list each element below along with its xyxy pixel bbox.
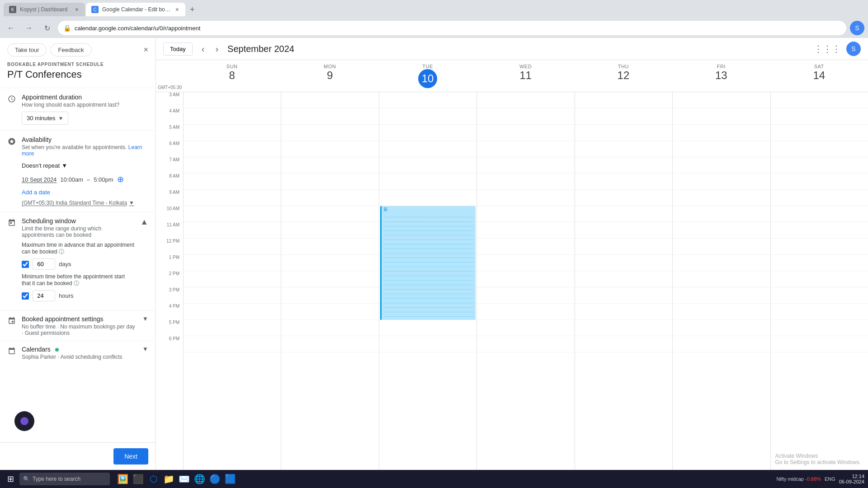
day-name-mon: MON — [324, 64, 336, 69]
taskbar-app-app3[interactable]: 🟦 — [223, 472, 237, 486]
hour-sun-5 — [184, 157, 281, 174]
address-text: calendar.google.com/calendar/u/0/r/appoi… — [75, 25, 841, 32]
min-before-input[interactable] — [33, 290, 55, 301]
app3-icon: 🟦 — [225, 474, 236, 484]
hour-sun-9 — [184, 222, 281, 239]
apt-icon: ☰ — [383, 207, 387, 212]
time-slot-5am: 5 AM — [156, 125, 183, 141]
taskbar-change: -0.88% — [805, 476, 821, 482]
scheduling-window-subtitle: Limit the time range during which appoin… — [22, 225, 135, 238]
hour-sun-3 — [184, 125, 281, 141]
taskbar-app-chrome[interactable]: 🌐 — [192, 472, 207, 486]
taskbar-time: 12:14 06-09-2024 — [839, 474, 864, 484]
panel-buttons: Take tour Feedback — [7, 43, 92, 56]
lock-icon: 🔒 — [63, 24, 71, 32]
hour-sun-4 — [184, 141, 281, 157]
taskbar-search[interactable]: 🔍 Type here to search — [19, 473, 110, 485]
time-slot-2pm: 2 PM — [156, 271, 183, 287]
today-button[interactable]: Today — [163, 42, 193, 56]
taskbar-stock: Nifty midcap -0.88% — [776, 476, 821, 482]
hour-sun-1 — [184, 92, 281, 108]
back-button[interactable]: ← — [4, 21, 18, 35]
clock-icon — [7, 94, 16, 103]
reload-button[interactable]: ↻ — [40, 21, 54, 35]
tab-kopyst-close[interactable]: × — [74, 5, 80, 14]
day-number-wed: 11 — [519, 69, 532, 82]
browser-tabs: K Kopyst | Dashboard × C Google Calendar… — [4, 2, 198, 16]
windows-start-icon[interactable]: ⊞ — [4, 472, 18, 486]
day-name-fri: FRI — [717, 64, 726, 69]
min-before-info-icon[interactable]: ⓘ — [74, 280, 79, 286]
scheduling-window-header: Scheduling window Limit the time range d… — [7, 217, 148, 305]
day-col-thu — [575, 92, 672, 470]
availability-header: Availability Set when you're available f… — [7, 136, 148, 206]
address-bar[interactable]: 🔒 calendar.google.com/calendar/u/0/r/app… — [58, 21, 846, 35]
appointment-duration-section: Appointment duration How long should eac… — [0, 88, 156, 130]
time-slot-3pm: 3 PM — [156, 287, 183, 304]
taskbar-app-edge[interactable]: ⬡ — [146, 472, 160, 486]
calendar-icon — [7, 347, 16, 356]
add-time-button[interactable]: ⊕ — [117, 174, 124, 184]
date-button[interactable]: 10 Sept 2024 — [22, 176, 57, 183]
taskbar-app-mail[interactable]: ✉️ — [177, 472, 191, 486]
day-name-thu: THU — [618, 64, 629, 69]
booked-title: Booked appointment settings — [22, 315, 137, 323]
calendar-day-headers: GMT+05:30 SUN 8 MON 9 TUE 10 WED 11 — [156, 60, 868, 92]
take-tour-button[interactable]: Take tour — [7, 43, 47, 56]
availability-section: Availability Set when you're available f… — [0, 130, 156, 211]
duration-dropdown[interactable]: 30 minutes ▼ — [22, 112, 68, 125]
doesnt-repeat-text: Doesn't repeat — [22, 162, 60, 169]
new-tab-button[interactable]: + — [186, 3, 198, 16]
time-end-button[interactable]: 5:00pm — [94, 176, 113, 183]
taskbar-app-app2[interactable]: 🔵 — [208, 472, 222, 486]
add-date-link[interactable]: Add a date — [22, 189, 50, 196]
close-panel-button[interactable]: × — [143, 45, 148, 55]
next-week-button[interactable]: › — [213, 42, 220, 56]
folder-icon: 📁 — [163, 474, 175, 484]
day-number-sun: 8 — [229, 69, 235, 82]
apps-icon[interactable]: ⋮⋮⋮ — [814, 43, 841, 54]
files-icon: 🖼️ — [117, 474, 128, 484]
next-button[interactable]: Next — [113, 448, 148, 465]
min-before-checkbox[interactable] — [22, 292, 29, 300]
calendar-area: Today ‹ › September 2024 ⋮⋮⋮ S GMT+05:30… — [156, 38, 868, 470]
taskbar-app-files[interactable]: 🖼️ — [115, 472, 130, 486]
timezone-button[interactable]: (GMT+05:30) India Standard Time - Kolkat… — [22, 200, 134, 206]
forward-button[interactable]: → — [22, 21, 36, 35]
tab-gcal[interactable]: C Google Calendar - Edit bookabl... × — [86, 3, 185, 16]
tab-kopyst[interactable]: K Kopyst | Dashboard × — [4, 3, 85, 16]
date-time-row: 10 Sept 2024 10:00am – 5:00pm ⊕ — [22, 174, 148, 184]
tab-gcal-title: Google Calendar - Edit bookabl... — [102, 6, 171, 13]
taskbar-app-task-manager[interactable]: ⬛ — [131, 472, 145, 486]
scheduling-window-title: Scheduling window — [22, 217, 135, 225]
chrome-icon: 🌐 — [194, 474, 205, 484]
max-advance-checkbox[interactable] — [22, 261, 29, 268]
doesnt-repeat-button[interactable]: Doesn't repeat ▼ — [22, 160, 67, 171]
appointment-block[interactable]: ☰ — [380, 206, 476, 320]
max-advance-input[interactable] — [33, 258, 55, 270]
booked-expand-button[interactable]: ▼ — [142, 315, 148, 322]
add-date-row: Add a date — [22, 188, 148, 196]
tab-kopyst-title: Kopyst | Dashboard — [20, 6, 71, 13]
time-start-button[interactable]: 10:00am — [60, 176, 83, 183]
calendar-grid: GMT+05:30 SUN 8 MON 9 TUE 10 WED 11 — [156, 60, 868, 470]
feedback-button[interactable]: Feedback — [50, 43, 91, 56]
taskbar-app-folder[interactable]: 📁 — [161, 472, 176, 486]
max-advance-info-icon[interactable]: ⓘ — [59, 249, 64, 255]
booked-header: Booked appointment settings No buffer ti… — [7, 315, 148, 336]
browser-chrome: K Kopyst | Dashboard × C Google Calendar… — [0, 0, 868, 18]
browser-profile[interactable]: S — [850, 21, 864, 35]
appointment-duration-header: Appointment duration How long should eac… — [7, 94, 148, 125]
record-button[interactable] — [14, 411, 34, 431]
scheduling-window-title-area: Scheduling window Limit the time range d… — [22, 217, 135, 305]
calendars-expand-button[interactable]: ▼ — [142, 346, 148, 352]
taskbar-search-text: Type here to search — [33, 476, 80, 482]
timezone-text: (GMT+05:30) India Standard Time - Kolkat… — [22, 200, 127, 206]
scheduling-window-collapse-button[interactable]: ▲ — [140, 217, 148, 227]
tab-gcal-icon: C — [91, 6, 99, 13]
tab-gcal-close[interactable]: × — [175, 5, 180, 14]
day-number-thu: 12 — [618, 69, 630, 82]
calendar-profile[interactable]: S — [846, 42, 861, 56]
prev-week-button[interactable]: ‹ — [200, 42, 207, 56]
mail-icon: ✉️ — [179, 474, 190, 484]
